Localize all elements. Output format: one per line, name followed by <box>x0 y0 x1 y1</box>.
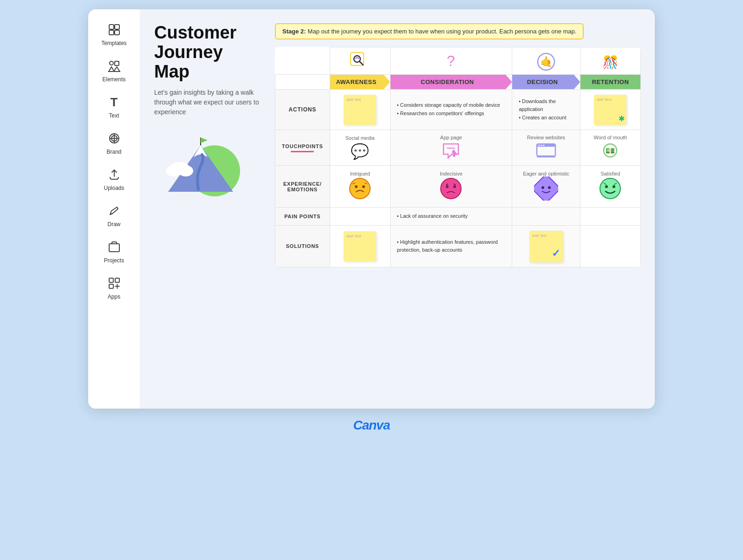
painpoints-consideration-text: • Lack of assurance on security <box>395 212 507 221</box>
decision-icon-cell: 🤙 <box>512 47 580 75</box>
svg-rect-13 <box>109 244 119 252</box>
svg-point-55 <box>548 186 551 189</box>
emotions-row: EXPERIENCE/EMOTIONS Intrigued <box>275 166 641 208</box>
painpoints-awareness-cell <box>330 208 390 226</box>
page-title: Customer Journey Map <box>154 23 266 81</box>
text-label: Text <box>109 112 119 119</box>
emotions-decision-icon <box>517 176 575 202</box>
actions-consideration-text: • Considers storage capacity of mobile d… <box>395 101 507 117</box>
phase-header-row: AWARENESS CONSIDERATION DECISION RETENTI… <box>275 75 641 90</box>
svg-point-51 <box>446 185 449 188</box>
svg-marker-34 <box>443 144 458 158</box>
main-content: Customer Journey Map Let's gain insights… <box>140 9 655 409</box>
sidebar-item-elements[interactable]: Elements <box>93 53 135 87</box>
svg-marker-36 <box>452 150 457 157</box>
decision-header: DECISION <box>512 75 580 90</box>
touchpoints-decision-icon <box>517 142 575 161</box>
svg-line-29 <box>359 61 363 65</box>
sidebar-item-projects[interactable]: Projects <box>93 234 135 268</box>
svg-point-45 <box>350 178 370 199</box>
actions-retention-sticky[interactable]: Add Text ✱ <box>594 95 626 125</box>
touchpoints-retention-icon: 💵 <box>585 142 636 161</box>
svg-point-58 <box>613 185 615 188</box>
awareness-header: AWARENESS <box>330 75 390 90</box>
text-icon: T <box>106 94 123 111</box>
actions-decision-text: • Downloads the application • Creates an… <box>517 98 575 122</box>
solutions-retention-cell <box>580 225 640 267</box>
actions-label: ACTIONS <box>275 90 330 130</box>
touchpoints-consideration-icon <box>395 142 507 161</box>
apps-icon <box>106 275 123 292</box>
sidebar-item-draw[interactable]: Draw <box>93 198 135 232</box>
consideration-icon-cell: ? <box>390 47 512 75</box>
projects-label: Projects <box>104 257 124 264</box>
svg-marker-6 <box>109 67 114 72</box>
journey-table: ? 🤙 🎊 <box>275 47 641 267</box>
draw-icon <box>106 202 123 219</box>
svg-point-46 <box>355 185 358 188</box>
svg-point-56 <box>600 178 620 199</box>
journey-map-panel: Stage 2: Map out the journey you expect … <box>275 23 641 267</box>
svg-point-41 <box>543 145 545 146</box>
emotions-awareness-label: Intrigued <box>335 171 385 176</box>
svg-point-52 <box>453 185 456 188</box>
sidebar: Templates Elements T Text <box>88 9 140 409</box>
touchpoints-consideration-cell: App page <box>390 130 512 166</box>
solutions-label: SOLUTIONS <box>275 225 330 267</box>
touchpoints-awareness-label: Social media <box>335 135 385 141</box>
svg-point-54 <box>541 186 544 189</box>
svg-rect-2 <box>109 30 114 35</box>
svg-point-39 <box>539 145 540 146</box>
sidebar-item-templates[interactable]: Templates <box>93 17 135 51</box>
sidebar-item-apps[interactable]: Apps <box>93 270 135 305</box>
elements-label: Elements <box>102 76 125 83</box>
solutions-consideration-text: • Highlight authentication features, pas… <box>395 238 507 254</box>
emotions-awareness-icon <box>335 176 385 202</box>
painpoints-row: PAIN POINTS • Lack of assurance on secur… <box>275 208 641 226</box>
canva-brand-footer: Canva <box>353 418 390 433</box>
touchpoints-decision-label: Review websites <box>517 135 575 140</box>
svg-marker-26 <box>201 137 208 143</box>
touchpoints-retention-label: Word of mouth <box>585 135 636 140</box>
stage-text: Map out the journey you expect them to h… <box>308 28 577 35</box>
svg-marker-7 <box>114 67 120 72</box>
sidebar-item-text[interactable]: T Text <box>93 89 135 124</box>
svg-text:💵: 💵 <box>606 146 615 155</box>
emotions-retention-icon <box>585 176 636 202</box>
svg-point-50 <box>441 178 461 199</box>
emotions-awareness-cell: Intrigued <box>330 166 390 208</box>
touchpoints-row: TOUCHPOINTS Social media 💬 App page <box>275 130 641 166</box>
apps-label: Apps <box>108 293 120 300</box>
painpoints-decision-cell <box>512 208 580 226</box>
svg-rect-0 <box>109 25 114 29</box>
emotions-consideration-label: Indecisive <box>395 171 507 176</box>
svg-text:?: ? <box>447 52 456 69</box>
solutions-awareness-sticky[interactable]: Add Text <box>344 231 376 261</box>
touchpoints-awareness-cell: Social media 💬 <box>330 130 390 166</box>
brand-icon <box>106 130 123 147</box>
touchpoints-consideration-label: App page <box>395 135 507 140</box>
svg-text:🎊: 🎊 <box>602 55 619 70</box>
brand-label: Brand <box>106 149 121 155</box>
painpoints-label: PAIN POINTS <box>275 208 330 226</box>
actions-awareness-sticky[interactable]: Add Text <box>344 95 376 125</box>
touchpoints-awareness-icon: 💬 <box>335 143 385 160</box>
sidebar-item-uploads[interactable]: Uploads <box>93 162 135 196</box>
solutions-decision-sticky-container: Add Text ✓ <box>529 230 563 262</box>
solutions-row: SOLUTIONS Add Text • Highlight authentic… <box>275 225 641 267</box>
touchpoints-label: TOUCHPOINTS <box>275 130 330 166</box>
mountain-illustration <box>154 124 247 199</box>
solutions-decision-sticky[interactable]: Add Text ✓ <box>529 231 563 262</box>
awareness-icon-cell <box>330 47 390 75</box>
painpoints-retention-cell <box>580 208 640 226</box>
emotions-retention-label: Satisfied <box>585 171 636 176</box>
left-panel: Customer Journey Map Let's gain insights… <box>154 23 266 201</box>
sidebar-item-brand[interactable]: Brand <box>93 125 135 160</box>
emotions-decision-cell: Eager and optimistic <box>512 166 580 208</box>
actions-row: ACTIONS Add Text • Considers storage cap… <box>275 90 641 130</box>
svg-rect-3 <box>115 30 119 35</box>
svg-rect-14 <box>109 278 113 282</box>
actions-consideration-cell: • Considers storage capacity of mobile d… <box>390 90 512 130</box>
svg-point-47 <box>362 185 365 188</box>
painpoints-consideration-cell: • Lack of assurance on security <box>390 208 512 226</box>
